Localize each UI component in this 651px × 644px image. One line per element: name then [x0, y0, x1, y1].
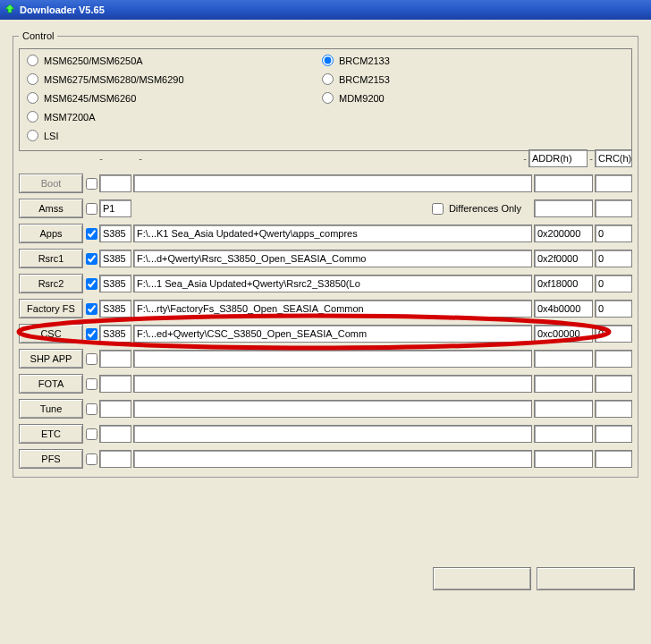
- row-button-shp-app[interactable]: SHP APP: [19, 349, 83, 369]
- row-checkbox[interactable]: [86, 328, 97, 340]
- row-code-input[interactable]: [99, 275, 131, 292]
- radio-right-0[interactable]: BRCM2133: [322, 55, 390, 66]
- row-button-rsrc1[interactable]: Rsrc1: [19, 249, 83, 268]
- row-crc-input[interactable]: [595, 350, 632, 368]
- row-crc-input[interactable]: [595, 275, 632, 292]
- row-button-fota[interactable]: FOTA: [19, 374, 83, 394]
- row-button-rsrc2[interactable]: Rsrc2: [19, 274, 83, 293]
- row-addr-input[interactable]: [534, 450, 593, 468]
- row-checkbox-cell: [85, 328, 97, 340]
- row-checkbox[interactable]: [86, 378, 97, 390]
- row-crc-input[interactable]: [595, 400, 632, 418]
- row-code-input[interactable]: [99, 400, 131, 418]
- row-code-input[interactable]: [99, 225, 131, 242]
- radio-input[interactable]: [27, 92, 38, 104]
- radio-input[interactable]: [322, 55, 334, 66]
- radio-left-2[interactable]: MSM6245/MSM6260: [27, 92, 322, 104]
- row-button-pfs[interactable]: PFS: [19, 449, 83, 469]
- row-checkbox-cell: [85, 353, 97, 365]
- row-code-input[interactable]: [99, 300, 131, 318]
- row-path-input[interactable]: [133, 375, 532, 393]
- row-addr-input[interactable]: [534, 325, 593, 343]
- row-addr-input[interactable]: [534, 199, 593, 217]
- row-checkbox[interactable]: [86, 303, 97, 315]
- row-addr-input[interactable]: [534, 174, 593, 192]
- row-code-input[interactable]: [99, 250, 131, 267]
- radio-input[interactable]: [322, 73, 334, 85]
- row-button-tune[interactable]: Tune: [19, 399, 83, 419]
- radio-left-3[interactable]: MSM7200A: [27, 111, 322, 123]
- row-button-amss[interactable]: Amss: [19, 199, 83, 218]
- row-code-input[interactable]: [99, 450, 131, 468]
- row-checkbox[interactable]: [86, 228, 97, 240]
- radio-label: BRCM2133: [339, 55, 390, 66]
- row-addr-input[interactable]: [534, 375, 593, 393]
- row-crc-input[interactable]: [595, 325, 632, 343]
- row-path-input[interactable]: [133, 225, 532, 242]
- row-path-input[interactable]: [133, 425, 532, 443]
- differences-checkbox[interactable]: [432, 203, 444, 215]
- row-addr-input[interactable]: [534, 350, 593, 368]
- row-crc-input[interactable]: [595, 375, 632, 393]
- radio-input[interactable]: [322, 92, 334, 104]
- row-addr-input[interactable]: [534, 425, 593, 443]
- row-path-input[interactable]: [133, 275, 532, 292]
- row-checkbox[interactable]: [86, 178, 97, 190]
- row-checkbox[interactable]: [86, 453, 97, 465]
- row-code-input[interactable]: [99, 425, 131, 443]
- radio-input[interactable]: [27, 55, 38, 66]
- row-crc-input[interactable]: [595, 300, 632, 318]
- row-button-factory-fs[interactable]: Factory FS: [19, 299, 83, 318]
- radio-right-2[interactable]: MDM9200: [322, 92, 390, 104]
- row-addr-input[interactable]: [534, 400, 593, 418]
- titlebar: Downloader V5.65: [0, 0, 651, 20]
- row-button-etc[interactable]: ETC: [19, 424, 83, 444]
- row-checkbox[interactable]: [86, 278, 97, 290]
- row-button-apps[interactable]: Apps: [19, 224, 83, 243]
- differences-only[interactable]: Differences Only: [432, 203, 521, 215]
- bottom-button-bar: [13, 567, 638, 590]
- row-crc-input[interactable]: [595, 174, 632, 192]
- radio-input[interactable]: [27, 130, 38, 141]
- radio-left-1[interactable]: MSM6275/MSM6280/MSM6290: [27, 73, 322, 85]
- row-path-input[interactable]: [133, 325, 532, 343]
- row-addr-input[interactable]: [534, 275, 593, 292]
- row-crc-input[interactable]: [595, 250, 632, 267]
- file-row-6: CSC: [19, 321, 632, 346]
- row-path-input[interactable]: [133, 250, 532, 267]
- row-checkbox[interactable]: [86, 253, 97, 265]
- radio-label: MSM7200A: [44, 112, 95, 123]
- radio-label: MDM9200: [339, 93, 385, 104]
- radio-input[interactable]: [27, 73, 38, 85]
- row-checkbox[interactable]: [86, 403, 97, 415]
- row-code-input[interactable]: [99, 325, 131, 343]
- radio-left-4[interactable]: LSI: [27, 130, 322, 141]
- row-crc-input[interactable]: [595, 225, 632, 242]
- bottom-button-1[interactable]: [433, 567, 531, 590]
- row-code-input[interactable]: [99, 199, 131, 217]
- row-path-input[interactable]: [133, 400, 532, 418]
- row-crc-input[interactable]: [595, 199, 632, 217]
- row-code-input[interactable]: [99, 350, 131, 368]
- row-code-input[interactable]: [99, 174, 131, 192]
- row-button-csc[interactable]: CSC: [19, 324, 83, 343]
- row-crc-input[interactable]: [595, 450, 632, 468]
- bottom-button-2[interactable]: [537, 567, 635, 590]
- row-code-input[interactable]: [99, 375, 131, 393]
- row-path-input[interactable]: [133, 350, 532, 368]
- row-checkbox[interactable]: [86, 353, 97, 365]
- row-path-input[interactable]: [133, 450, 532, 468]
- row-checkbox[interactable]: [86, 203, 97, 215]
- file-row-2: Apps: [19, 221, 632, 246]
- row-path-input[interactable]: [133, 174, 532, 192]
- row-addr-input[interactable]: [534, 225, 593, 242]
- radio-left-0[interactable]: MSM6250/MSM6250A: [27, 55, 322, 66]
- radio-input[interactable]: [27, 111, 38, 123]
- row-addr-input[interactable]: [534, 250, 593, 267]
- row-crc-input[interactable]: [595, 425, 632, 443]
- radio-right-1[interactable]: BRCM2153: [322, 73, 390, 85]
- row-addr-input[interactable]: [534, 300, 593, 318]
- row-checkbox[interactable]: [86, 428, 97, 440]
- row-path-input[interactable]: [133, 300, 532, 318]
- row-checkbox-cell: [85, 403, 97, 415]
